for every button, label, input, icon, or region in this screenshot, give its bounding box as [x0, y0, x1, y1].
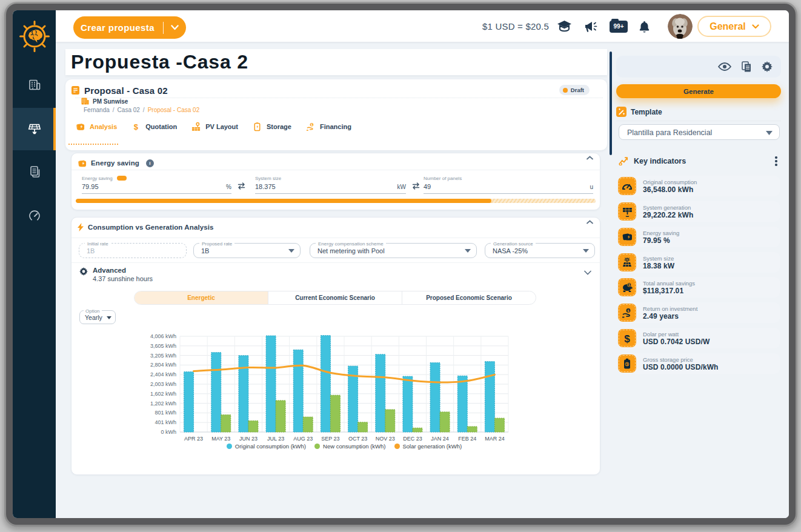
generate-button[interactable]: Generate [616, 84, 781, 98]
field-label: Energy compensation scheme [316, 241, 386, 247]
compensation-scheme-select[interactable]: Energy compensation scheme Net metering … [310, 243, 477, 258]
indicator-value: 29,220.22 kWh [643, 211, 693, 219]
svg-text:JUN 23: JUN 23 [239, 436, 258, 442]
divider [71, 238, 600, 238]
scenario-tab-current[interactable]: Current Economic Scenario [268, 291, 402, 304]
status-badge[interactable]: Draft [559, 85, 590, 95]
field-suffix: % [226, 184, 231, 190]
svg-text:2,804 kWh: 2,804 kWh [150, 362, 176, 368]
field-value[interactable]: 79.95 [82, 183, 231, 190]
info-icon[interactable]: i [146, 159, 154, 167]
sidebar-item-documents[interactable] [13, 150, 56, 193]
kebab-menu-icon[interactable] [775, 156, 777, 167]
indicator-label: System size [643, 255, 674, 262]
legend-label: Original consumption (kWh) [235, 443, 306, 450]
scenario-tab-proposed[interactable]: Proposed Economic Scenario [402, 291, 536, 304]
svg-text:JAN 24: JAN 24 [431, 436, 449, 442]
swap-icon[interactable] [411, 182, 421, 190]
tab-label: PV Layout [205, 123, 238, 130]
svg-text:$: $ [626, 362, 628, 366]
legend-item[interactable]: New consumption (kWh) [314, 443, 385, 450]
duplicate-icon[interactable] [742, 61, 751, 72]
field-value[interactable]: 18.375 [255, 183, 406, 190]
energy-progress-fill [76, 199, 491, 203]
brand-logo-icon[interactable] [19, 20, 50, 53]
caret-down-icon [107, 316, 111, 319]
template-select[interactable]: Plantilla para Residencial [619, 124, 780, 140]
svg-text:$: $ [134, 122, 139, 131]
energy-progress-bar [76, 199, 596, 203]
topbar: Crear propuesta $1 USD = $20.5 [56, 10, 789, 42]
key-indicators-icon [619, 156, 629, 165]
tab-analysis[interactable]: Analysis [76, 122, 117, 131]
proposed-rate-select[interactable]: Proposed rate 1B [193, 243, 301, 258]
exchange-rate-label: $1 USD = $20.5 [482, 21, 549, 32]
avatar[interactable] [668, 14, 693, 39]
svg-text:3,205 kWh: 3,205 kWh [150, 353, 176, 359]
initial-rate-field[interactable]: Initial rate 1B [79, 243, 187, 258]
energy-saving-card: Energy saving i Energy saving 79.95 % Sy… [71, 153, 600, 210]
consumption-generation-card: Consumption vs Generation Analysis Initi… [71, 217, 600, 475]
field-value[interactable]: 49 [424, 183, 593, 190]
divider [71, 170, 600, 170]
svg-text:MAR 24: MAR 24 [485, 436, 505, 442]
collapse-chevron-icon[interactable] [587, 156, 593, 160]
create-proposal-button[interactable]: Crear propuesta [73, 16, 186, 39]
breadcrumb-item[interactable]: Casa 02 [118, 107, 140, 113]
collapse-chevron-icon[interactable] [587, 220, 593, 224]
sidebar-item-dashboard[interactable] [13, 194, 56, 236]
tab-label: Storage [267, 123, 291, 130]
tab-storage[interactable]: Storage [253, 122, 291, 131]
field-suffix: kW [397, 184, 406, 190]
svg-text:401 kWh: 401 kWh [155, 419, 176, 425]
indicator-value: USD 0.7042 USD/W [643, 337, 710, 346]
folder-badge[interactable]: 99+ [610, 21, 628, 33]
advanced-section[interactable]: Advanced 4.37 sunshine hours [79, 266, 591, 283]
field-label: Number of panels [424, 176, 462, 181]
svg-text:OCT 23: OCT 23 [348, 436, 367, 442]
energy-saving-field[interactable]: Energy saving 79.95 % [82, 176, 231, 194]
system-size-field[interactable]: System size 18.375 kW [255, 176, 406, 194]
legend-item[interactable]: Solar generation (kWh) [394, 443, 462, 450]
company-name: PM Sunwise [93, 98, 128, 105]
scenario-tab-energetic[interactable]: Energetic [135, 291, 268, 304]
indicator-dollar-per-watt: $ Dolar per watt USD 0.7042 USD/W [618, 328, 780, 348]
announcements-icon[interactable] [583, 20, 599, 33]
caret-down-icon [288, 249, 294, 253]
breadcrumb-item-current: Proposal - Casa 02 [148, 107, 200, 113]
bell-icon[interactable] [639, 20, 650, 33]
svg-text:$: $ [628, 283, 630, 287]
chevron-down-icon[interactable] [584, 270, 591, 275]
breadcrumb-item[interactable]: Fernanda [84, 107, 110, 113]
indicator-label: Energy saving [643, 230, 679, 236]
field-value: Yearly [85, 314, 102, 321]
preview-eye-icon[interactable] [718, 62, 731, 71]
tab-financing[interactable]: $ Financing [306, 122, 351, 131]
indicator-label: System generation [643, 204, 691, 211]
panels-field[interactable]: Number of panels 49 u [424, 176, 593, 194]
tab-quotation[interactable]: $ Quotation [131, 122, 177, 131]
field-label: Initial rate [85, 241, 111, 247]
generation-source-select[interactable]: Generation source NASA -25% [485, 243, 595, 258]
swap-icon[interactable] [236, 182, 247, 190]
svg-text:$: $ [311, 123, 313, 127]
field-underline [82, 193, 231, 194]
settings-gear-icon[interactable] [762, 61, 773, 72]
academy-icon[interactable] [556, 20, 573, 33]
toggle-on-icon[interactable] [117, 176, 127, 181]
sidebar-item-companies[interactable] [13, 64, 56, 106]
option-select[interactable]: Option Yearly [79, 310, 116, 324]
field-value: 1B [201, 247, 209, 254]
sunshine-hours: 4.37 sunshine hours [93, 275, 153, 282]
create-proposal-label: Crear propuesta [81, 22, 155, 33]
indicator-gross-storage-price: $ Gross storage price USD 0.0000 USD/kWh [618, 353, 780, 374]
storage-icon [253, 122, 262, 131]
sidebar-item-proposals[interactable] [13, 108, 56, 150]
legend-item[interactable]: Original consumption (kWh) [227, 443, 306, 450]
active-tab-underline [68, 144, 118, 145]
proposal-title: Proposal - Casa 02 [84, 85, 168, 96]
svg-text:DEC 23: DEC 23 [403, 436, 422, 442]
indicator-system-size: System size 18.38 kW [618, 252, 780, 273]
tab-pv-layout[interactable]: PV Layout [191, 122, 238, 131]
profile-menu-button[interactable]: General [697, 16, 771, 37]
